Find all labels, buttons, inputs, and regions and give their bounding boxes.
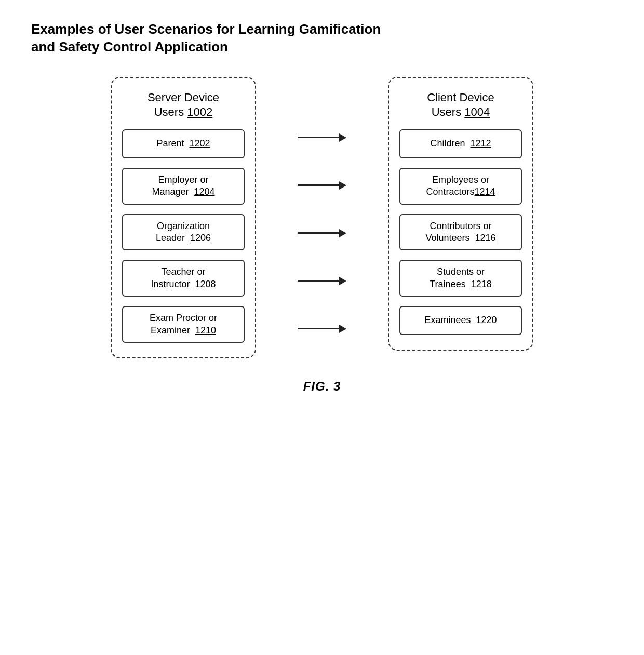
students-trainees-label: Students orTrainees 1218 <box>430 266 491 290</box>
contributors-volunteers-label: Contributors orVolunteers 1216 <box>425 220 495 245</box>
organization-leader-box: OrganizationLeader 1206 <box>122 214 245 251</box>
parent-label: Parent 1202 <box>156 138 210 150</box>
examinees-label: Examinees 1220 <box>424 314 497 326</box>
boxes-row: Server Device Users 1002 Parent 1202 Emp… <box>31 77 613 358</box>
client-column-title: Client Device Users 1004 <box>427 90 494 120</box>
arrow-5 <box>298 310 346 348</box>
arrow-line-3 <box>298 229 346 237</box>
employer-manager-box: Employer orManager 1204 <box>122 168 245 205</box>
teacher-instructor-label: Teacher orInstructor 1208 <box>151 266 216 290</box>
examinees-box: Examinees 1220 <box>399 306 522 335</box>
arrow-line-5 <box>298 325 346 333</box>
arrow-line-2 <box>298 181 346 190</box>
children-box: Children 1212 <box>399 129 522 158</box>
page-title: Examples of User Scenarios for Learning … <box>31 21 395 56</box>
employees-contractors-label: Employees orContractors1214 <box>426 174 495 198</box>
arrow-line-4 <box>298 277 346 285</box>
diagram-area: Server Device Users 1002 Parent 1202 Emp… <box>31 77 613 394</box>
server-device-column: Server Device Users 1002 Parent 1202 Emp… <box>111 77 256 358</box>
arrows-column <box>298 77 346 348</box>
arrow-4 <box>298 262 346 300</box>
employees-contractors-box: Employees orContractors1214 <box>399 168 522 205</box>
arrow-line-1 <box>298 133 346 142</box>
organization-leader-label: OrganizationLeader 1206 <box>156 220 211 245</box>
parent-box: Parent 1202 <box>122 129 245 158</box>
arrow-2 <box>298 166 346 205</box>
students-trainees-box: Students orTrainees 1218 <box>399 260 522 297</box>
fig-label: FIG. 3 <box>303 379 341 394</box>
exam-proctor-label: Exam Proctor orExaminer 1210 <box>150 312 217 337</box>
arrow-3 <box>298 214 346 252</box>
employer-manager-label: Employer orManager 1204 <box>152 174 214 198</box>
contributors-volunteers-box: Contributors orVolunteers 1216 <box>399 214 522 251</box>
teacher-instructor-box: Teacher orInstructor 1208 <box>122 260 245 297</box>
client-device-column: Client Device Users 1004 Children 1212 E… <box>388 77 533 351</box>
children-label: Children 1212 <box>430 138 491 150</box>
server-column-title: Server Device Users 1002 <box>147 90 219 120</box>
arrow-1 <box>298 118 346 157</box>
exam-proctor-box: Exam Proctor orExaminer 1210 <box>122 306 245 343</box>
